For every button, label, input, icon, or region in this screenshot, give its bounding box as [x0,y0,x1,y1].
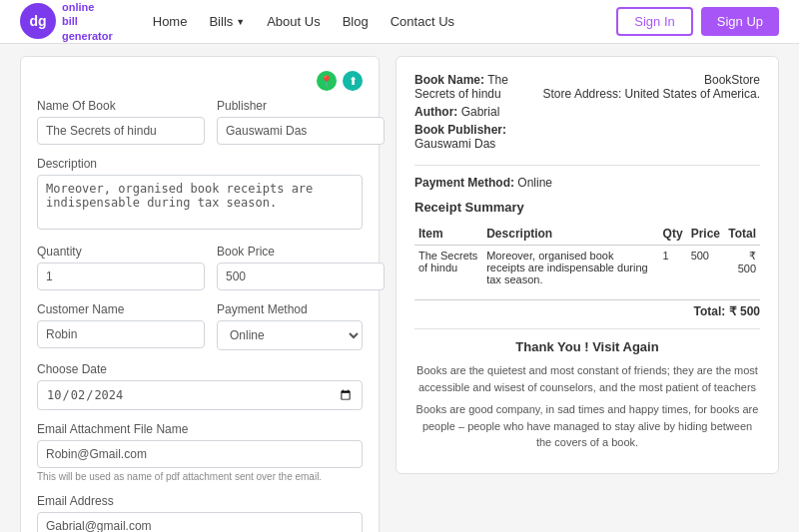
publisher-input[interactable] [217,117,385,145]
customer-payment-row: Customer Name Payment Method Online Cash… [37,302,363,350]
customer-name-input[interactable] [37,320,205,348]
receipt-table: Item Description Qty Price Total The Sec… [414,223,760,289]
divider-1 [414,165,760,166]
publisher-label: Publisher [217,99,385,113]
store-address-value: United States of America. [625,87,760,101]
email-address-input[interactable] [37,512,363,532]
total-value: ₹ 500 [729,304,760,318]
logo-icon: dg [20,3,56,39]
divider-2 [414,328,760,329]
receipt-table-body: The Secrets of hindu Moreover, organised… [414,246,760,290]
thank-you-title: Thank You ! Visit Again [414,339,760,354]
email-attachment-label: Email Attachment File Name [37,422,363,436]
col-description: Description [482,223,658,246]
book-name-label: Book Name: [414,73,484,87]
nav-about[interactable]: About Us [267,14,320,29]
payment-method-label: Payment Method [217,302,363,316]
quote-1: Books are the quietest and most constant… [414,362,760,395]
form-panel-icons: 📍 ⬆ [317,71,363,91]
nav-bills[interactable]: Bills ▼ [209,14,245,29]
author-value: Gabrial [461,105,500,119]
book-price-group: Book Price [217,245,385,290]
quantity-group: Quantity [37,245,205,290]
description-group: Description Moreover, organised book rec… [37,157,363,233]
col-total: Total [724,223,760,246]
name-of-book-group: Name Of Book [37,99,205,145]
publisher-group: Publisher [217,99,385,145]
email-attachment-group: Email Attachment File Name This will be … [37,422,363,482]
quantity-input[interactable] [37,263,205,290]
book-publisher-label: Book Publisher: [414,123,506,137]
bills-dropdown-arrow: ▼ [236,17,245,27]
payment-method-field: Payment Method: Online [414,176,760,190]
qty-price-row: Quantity Book Price [37,245,363,290]
store-name: BookStore [543,73,760,87]
nav-bills-link[interactable]: Bills [209,14,233,29]
form-panel: 📍 ⬆ Name Of Book Publisher Description M… [20,56,380,532]
email-attachment-input[interactable] [37,440,363,468]
thank-you-section: Thank You ! Visit Again Books are the qu… [414,339,760,451]
book-price-input[interactable] [217,263,385,290]
nav-blog[interactable]: Blog [343,14,369,29]
store-address-label: Store Address: [543,87,622,101]
author-field: Author: Gabrial [414,105,543,119]
receipt-panel: Book Name: The Secrets of hindu Author: … [396,56,779,474]
customer-name-group: Customer Name [37,302,205,350]
signin-button[interactable]: Sign In [616,7,692,36]
payment-method-group: Payment Method Online Cash Card [217,302,363,350]
description-input[interactable]: Moreover, organised book receipts are in… [37,175,363,230]
nav-links: Home Bills ▼ About Us Blog Contact Us [153,14,617,29]
email-address-label: Email Address [37,494,363,508]
book-publisher-value: Gauswami Das [414,137,495,151]
book-price-label: Book Price [217,245,385,259]
email-address-group: Email Address The bill PDF will be sent … [37,494,363,532]
total-label: Total: [694,304,726,318]
date-input[interactable] [37,380,363,410]
customer-name-label: Customer Name [37,302,205,316]
row-total: ₹ 500 [724,246,760,290]
table-row: The Secrets of hindu Moreover, organised… [414,246,760,290]
date-group: Choose Date [37,362,363,410]
row-item: The Secrets of hindu [414,246,482,290]
quote-2: Books are good company, in sad times and… [414,401,760,451]
quantity-label: Quantity [37,245,205,259]
navbar: dg online bill generator Home Bills ▼ Ab… [0,0,799,44]
nav-home[interactable]: Home [153,14,188,29]
receipt-header-right: BookStore Store Address: United States o… [543,73,760,155]
signup-button[interactable]: Sign Up [701,7,779,36]
col-price: Price [687,223,724,246]
description-label: Description [37,157,363,171]
payment-method-select[interactable]: Online Cash Card [217,320,363,350]
store-address-field: Store Address: United States of America. [543,87,760,101]
receipt-payment-value: Online [517,176,552,190]
receipt-table-head: Item Description Qty Price Total [414,223,760,246]
main-content: 📍 ⬆ Name Of Book Publisher Description M… [0,44,799,532]
row-qty: 1 [659,246,687,290]
nav-buttons: Sign In Sign Up [616,7,779,36]
col-item: Item [414,223,482,246]
row-price: 500 [687,246,724,290]
form-panel-header: 📍 ⬆ [37,71,363,91]
logo: dg online bill generator [20,0,113,43]
name-of-book-label: Name Of Book [37,99,205,113]
book-name-field: Book Name: The Secrets of hindu [414,73,543,101]
receipt-header-left: Book Name: The Secrets of hindu Author: … [414,73,543,155]
email-attachment-hint: This will be used as name of pdf attachm… [37,471,363,482]
receipt-table-header-row: Item Description Qty Price Total [414,223,760,246]
name-of-book-input[interactable] [37,117,205,145]
receipt-total: Total: ₹ 500 [414,299,760,318]
nav-contact[interactable]: Contact Us [391,14,454,29]
book-publisher-field: Book Publisher: Gauswami Das [414,123,543,151]
author-label: Author: [414,105,457,119]
choose-date-label: Choose Date [37,362,363,376]
col-qty: Qty [659,223,687,246]
receipt-header: Book Name: The Secrets of hindu Author: … [414,73,760,155]
row-description: Moreover, organised book receipts are in… [482,246,658,290]
location-icon[interactable]: 📍 [317,71,337,91]
logo-text: online bill generator [62,0,113,43]
receipt-summary-title: Receipt Summary [414,200,760,215]
book-publisher-row: Name Of Book Publisher [37,99,363,145]
share-icon[interactable]: ⬆ [343,71,363,91]
receipt-payment-label: Payment Method: [414,176,514,190]
